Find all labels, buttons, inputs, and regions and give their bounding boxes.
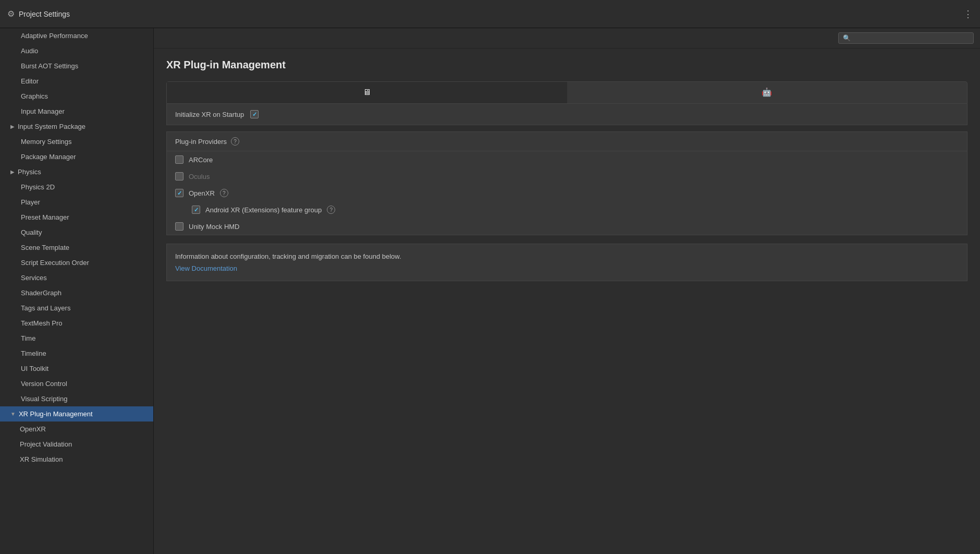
provider-label-oculus: Oculus	[189, 173, 210, 180]
sidebar-item-label: Input Manager	[21, 107, 65, 115]
sidebar-item-label: Physics	[18, 168, 41, 176]
arrow-icon: ▶	[10, 169, 15, 175]
title-bar-left: ⚙ Project Settings	[7, 9, 70, 19]
plugin-providers-label: Plug-in Providers	[175, 138, 227, 146]
page-title: XR Plug-in Management	[166, 59, 967, 71]
sidebar-item-input-manager[interactable]: Input Manager	[0, 104, 153, 119]
sidebar-item-xr-plugin-management[interactable]: ▼XR Plug-in Management	[0, 406, 153, 421]
provider-label-unity-mock-hmd: Unity Mock HMD	[189, 223, 240, 231]
init-xr-checkbox[interactable]: ✓	[250, 110, 259, 118]
search-icon: 🔍	[843, 34, 851, 42]
sidebar-item-visual-scripting[interactable]: Visual Scripting	[0, 391, 153, 406]
sidebar-item-version-control[interactable]: Version Control	[0, 376, 153, 391]
checkbox-oculus[interactable]	[175, 172, 183, 180]
sidebar-item-label: Tags and Layers	[21, 304, 70, 312]
sidebar-item-services[interactable]: Services	[0, 270, 153, 285]
sidebar-item-editor[interactable]: Editor	[0, 74, 153, 89]
sidebar-item-label: Physics 2D	[21, 183, 55, 191]
sidebar-item-label: Quality	[21, 228, 42, 236]
check-mark: ✓	[194, 207, 199, 213]
sidebar-item-label: Timeline	[21, 350, 46, 357]
gear-icon: ⚙	[7, 9, 15, 19]
tabs-row: 🖥🤖	[166, 81, 967, 104]
plugin-providers-header: Plug-in Providers ?	[167, 132, 967, 151]
sidebar-item-shadergraph[interactable]: ShaderGraph	[0, 285, 153, 300]
sidebar-item-textmesh-pro[interactable]: TextMesh Pro	[0, 316, 153, 331]
sidebar-item-preset-manager[interactable]: Preset Manager	[0, 210, 153, 225]
provider-row-arcore: ARCore	[167, 151, 967, 168]
sidebar-item-label: Player	[21, 198, 40, 206]
info-box: Information about configuration, trackin…	[166, 244, 967, 281]
provider-row-android-xr-extensions: ✓Android XR (Extensions) feature group?	[167, 201, 967, 218]
arrow-icon: ▼	[10, 411, 16, 417]
info-text: Information about configuration, trackin…	[175, 252, 959, 260]
checkbox-android-xr-extensions[interactable]: ✓	[192, 206, 200, 214]
view-documentation-link[interactable]: View Documentation	[175, 264, 237, 272]
check-mark: ✓	[177, 190, 182, 197]
tab-android[interactable]: 🤖	[567, 82, 967, 103]
content-area: 🔍 XR Plug-in Management 🖥🤖 Initialize XR…	[154, 28, 980, 554]
provider-row-oculus: Oculus	[167, 168, 967, 185]
menu-icon[interactable]: ⋮	[963, 8, 973, 20]
sidebar-item-physics-2d[interactable]: Physics 2D	[0, 179, 153, 195]
provider-row-openxr: ✓OpenXR?	[167, 185, 967, 201]
sidebar-item-label: XR Plug-in Management	[19, 410, 93, 418]
sidebar-item-label: UI Toolkit	[21, 365, 48, 372]
sidebar-item-label: Adaptive Performance	[21, 32, 88, 40]
sidebar-item-label: Audio	[21, 47, 38, 55]
sidebar-item-label: Scene Template	[21, 244, 69, 251]
sidebar-item-package-manager[interactable]: Package Manager	[0, 149, 153, 164]
sidebar-item-project-validation[interactable]: Project Validation	[0, 437, 153, 452]
sidebar-item-graphics[interactable]: Graphics	[0, 89, 153, 104]
search-input-wrap[interactable]: 🔍	[838, 32, 974, 44]
sidebar-item-label: XR Simulation	[20, 455, 63, 463]
sidebar: Adaptive PerformanceAudioBurst AOT Setti…	[0, 28, 154, 554]
search-bar: 🔍	[154, 28, 980, 49]
sidebar-item-label: Project Validation	[20, 440, 72, 448]
init-xr-label: Initialize XR on Startup	[175, 111, 244, 118]
provider-label-android-xr-extensions: Android XR (Extensions) feature group	[205, 206, 322, 214]
sidebar-item-script-execution-order[interactable]: Script Execution Order	[0, 255, 153, 270]
help-icon-android-xr-extensions[interactable]: ?	[327, 206, 335, 214]
sidebar-item-quality[interactable]: Quality	[0, 225, 153, 240]
sidebar-item-label: Preset Manager	[21, 213, 69, 221]
sidebar-item-label: Graphics	[21, 92, 48, 100]
sidebar-item-burst-aot-settings[interactable]: Burst AOT Settings	[0, 58, 153, 74]
sidebar-item-memory-settings[interactable]: Memory Settings	[0, 134, 153, 149]
sidebar-item-xr-simulation[interactable]: XR Simulation	[0, 452, 153, 467]
plugin-providers-section: Plug-in Providers ? ARCoreOculus✓OpenXR?…	[166, 131, 967, 235]
sidebar-item-ui-toolkit[interactable]: UI Toolkit	[0, 361, 153, 376]
sidebar-item-tags-and-layers[interactable]: Tags and Layers	[0, 300, 153, 316]
plugin-providers-help-icon[interactable]: ?	[231, 137, 239, 146]
provider-label-arcore: ARCore	[189, 156, 213, 164]
provider-label-openxr: OpenXR	[189, 189, 215, 197]
sidebar-item-label: OpenXR	[20, 425, 46, 433]
sidebar-item-openxr[interactable]: OpenXR	[0, 421, 153, 437]
checkbox-openxr[interactable]: ✓	[175, 189, 183, 197]
sidebar-item-adaptive-performance[interactable]: Adaptive Performance	[0, 28, 153, 43]
sidebar-item-time[interactable]: Time	[0, 331, 153, 346]
sidebar-item-input-system-package[interactable]: ▶Input System Package	[0, 119, 153, 134]
window-title: Project Settings	[19, 10, 70, 18]
sidebar-item-label: Version Control	[21, 380, 67, 388]
init-xr-row: Initialize XR on Startup ✓	[166, 104, 967, 125]
sidebar-item-label: ShaderGraph	[21, 289, 62, 297]
help-icon-openxr[interactable]: ?	[220, 189, 228, 197]
sidebar-item-scene-template[interactable]: Scene Template	[0, 240, 153, 255]
sidebar-item-label: Visual Scripting	[21, 395, 67, 403]
search-input[interactable]	[854, 34, 969, 42]
sidebar-item-label: Burst AOT Settings	[21, 62, 78, 70]
desktop-tab-icon: 🖥	[363, 88, 371, 97]
checkbox-arcore[interactable]	[175, 155, 183, 164]
providers-list: ARCoreOculus✓OpenXR?✓Android XR (Extensi…	[167, 151, 967, 235]
tab-desktop[interactable]: 🖥	[167, 82, 567, 103]
sidebar-item-label: Time	[21, 334, 35, 342]
sidebar-item-timeline[interactable]: Timeline	[0, 346, 153, 361]
sidebar-item-audio[interactable]: Audio	[0, 43, 153, 58]
sidebar-item-player[interactable]: Player	[0, 195, 153, 210]
arrow-icon: ▶	[10, 124, 15, 129]
title-bar: ⚙ Project Settings ⋮	[0, 0, 980, 28]
provider-row-unity-mock-hmd: Unity Mock HMD	[167, 218, 967, 235]
checkbox-unity-mock-hmd[interactable]	[175, 222, 183, 231]
sidebar-item-physics[interactable]: ▶Physics	[0, 164, 153, 179]
